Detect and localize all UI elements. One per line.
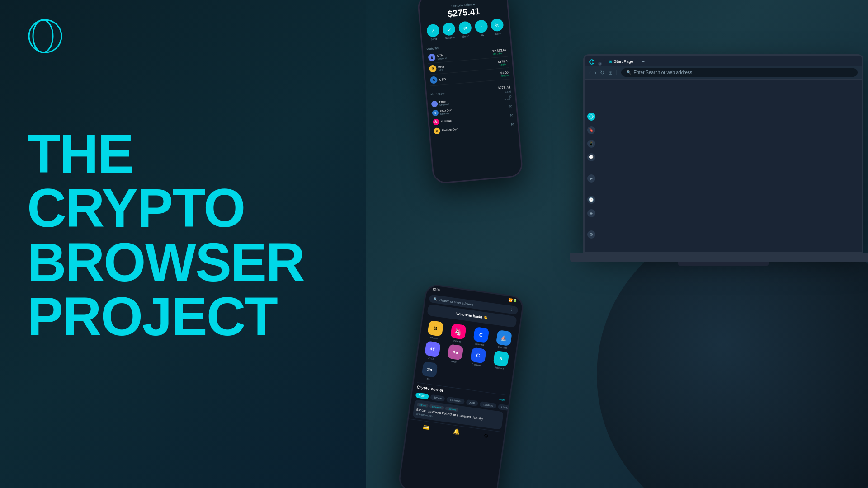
- forward-button[interactable]: ›: [594, 70, 596, 76]
- phone-crypto-body: 12:30 📶 🔋 🔍 Search or enter address ⋮ We…: [397, 283, 525, 488]
- coinbase-icon: C: [473, 327, 489, 343]
- sidebar-settings-icon[interactable]: ⚙: [587, 230, 595, 239]
- usdc-icon: $: [432, 109, 439, 116]
- sidebar-history-icon[interactable]: 🕐: [587, 196, 595, 204]
- swap-icon: ⇄: [458, 21, 472, 34]
- nav-history-icon: ◁: [598, 62, 602, 66]
- sidebar-cube-icon[interactable]: ◈: [587, 209, 595, 217]
- dapp-uniswap[interactable]: 🦄 Uniswap: [447, 323, 469, 344]
- status-icons: 📶 🔋: [508, 298, 518, 303]
- earn-btn[interactable]: % Earn: [490, 18, 504, 35]
- sidebar-divider-3: [587, 224, 595, 224]
- send-btn[interactable]: ↗ Send: [426, 24, 440, 41]
- opensea-icon: ⛵: [495, 330, 512, 346]
- sidebar-opera-icon[interactable]: [587, 113, 595, 121]
- browser-nav-bar: ‹ › ↻ ⊞ | 🔍 Enter Search or web address: [585, 66, 862, 80]
- svg-point-5: [590, 115, 592, 118]
- nav-wallet-icon[interactable]: 💳: [423, 424, 430, 431]
- news-tag-bitcoin: Bitcoin: [417, 403, 429, 408]
- browser-main: 🔖 📱 💬 ▶ 🕐 ◈ ⚙ Hello!So a crypt: [585, 80, 862, 246]
- more-label[interactable]: More: [499, 398, 505, 402]
- sidebar-message-icon[interactable]: 💬: [587, 153, 595, 161]
- dapps-grid: B Binance 🦄 Uniswap C Coinbase ⛵: [414, 317, 519, 394]
- browser-tab-start[interactable]: ⊞ Start Page: [604, 57, 638, 66]
- tab-litecoin[interactable]: Litec...: [498, 404, 513, 411]
- usd-icon: $: [430, 76, 438, 84]
- sidebar-divider-2: [587, 189, 595, 189]
- address-text: Enter Search or web address: [634, 70, 693, 75]
- bnb-icon: B: [429, 65, 437, 72]
- bnb-asset-icon: B: [434, 127, 440, 134]
- wallet-actions: ↗ Send ↙ Receive ⇄ Swap + Buy: [425, 18, 506, 41]
- opera-logo: [27, 18, 63, 54]
- right-panel: Portfolio balance $275.41 ↗ Send ↙ Recei…: [366, 0, 868, 488]
- assets-section: My assets $275.41 0.11E Ξ Ether Ethereum: [430, 82, 514, 136]
- tab-cardano[interactable]: Cardano: [480, 401, 497, 409]
- news-tag-cardano: Cardano: [445, 406, 458, 412]
- sidebar-phone-icon[interactable]: 📱: [587, 140, 595, 148]
- uni-icon: 🦄: [433, 118, 439, 125]
- phone-wallet-body: Portfolio balance $275.41 ↗ Send ↙ Recei…: [417, 0, 524, 184]
- laptop-browser: ◁ ⊞ Start Page + ‹ › ↻ ⊞ | 🔍 Enter Searc…: [570, 54, 868, 280]
- dapp-opensea[interactable]: ⛵ OpenSea: [492, 329, 515, 350]
- binance-icon: B: [427, 320, 443, 337]
- coinbase2-icon: C: [470, 347, 486, 363]
- nexeum-icon: N: [493, 350, 509, 366]
- title-line-4: PROJECT: [27, 289, 304, 343]
- aave-icon: Aa: [447, 344, 463, 360]
- phone-search-text: Search or enter address: [439, 298, 473, 306]
- svg-point-1: [33, 20, 53, 52]
- phone-crypto-corner: 12:30 📶 🔋 🔍 Search or enter address ⋮ We…: [397, 283, 525, 488]
- search-icon: 🔍: [627, 70, 631, 75]
- receive-btn[interactable]: ↙ Receive: [442, 22, 456, 39]
- buy-btn[interactable]: + Buy: [474, 19, 488, 37]
- assets-total: $275.41: [497, 85, 511, 90]
- dapp-binance[interactable]: B Binance: [424, 320, 446, 341]
- sidebar-play-icon[interactable]: ▶: [587, 174, 595, 183]
- title-line-3: BROWSER: [27, 235, 304, 289]
- dapp-1inch[interactable]: 1in 1in: [418, 361, 440, 382]
- welcome-text: Welcome back! 👋: [456, 312, 488, 320]
- nav-settings-icon[interactable]: ⚙: [483, 432, 489, 439]
- back-button[interactable]: ‹: [589, 70, 591, 76]
- svg-point-3: [590, 60, 593, 64]
- dydx-icon: dY: [424, 341, 440, 357]
- buy-icon: +: [474, 19, 488, 33]
- tab-bitcoin[interactable]: Bitcoin: [430, 394, 445, 402]
- status-time: 12:30: [432, 287, 440, 292]
- browser-sidebar: 🔖 📱 💬 ▶ 🕐 ◈ ⚙: [585, 109, 598, 253]
- tab-favicon: ⊞: [609, 60, 612, 64]
- laptop-screen: ◁ ⊞ Start Page + ‹ › ↻ ⊞ | 🔍 Enter Searc…: [583, 54, 863, 253]
- browser-tabs-bar: ◁ ⊞ Start Page +: [585, 56, 862, 66]
- tab-ethereum[interactable]: Ethereum: [446, 397, 465, 404]
- phone-search-icon: 🔍: [434, 297, 438, 301]
- sidebar-divider-1: [587, 168, 595, 168]
- nav-home-icon[interactable]: 🔔: [453, 428, 461, 436]
- tab-xrp[interactable]: XRP: [466, 399, 479, 407]
- browser-opera-icon: [588, 58, 595, 66]
- title-line-1: THE: [27, 127, 304, 181]
- dapp-nexeum[interactable]: N Nexeum: [489, 350, 512, 371]
- uniswap-icon: 🦄: [450, 324, 466, 340]
- dapp-aave[interactable]: Aa Aave: [443, 343, 466, 364]
- address-bar[interactable]: 🔍 Enter Search or web address: [621, 68, 858, 77]
- extension-button[interactable]: ⊞: [608, 70, 613, 76]
- dapp-coinbase2[interactable]: C Coinbase: [467, 347, 489, 367]
- earn-icon: %: [490, 18, 504, 32]
- dapp-coinbase[interactable]: C Coinbase: [469, 326, 492, 347]
- eth-icon: Ξ: [428, 53, 436, 61]
- news-tag-ethereum: Ethereum: [429, 404, 444, 410]
- separator: |: [616, 70, 618, 75]
- oneinch-icon: 1in: [421, 361, 438, 378]
- dapp-dydx[interactable]: dY dYdX: [421, 340, 443, 361]
- send-icon: ↗: [426, 24, 440, 38]
- tab-news[interactable]: News: [415, 392, 429, 399]
- svg-point-0: [29, 20, 61, 52]
- swap-btn[interactable]: ⇄ Swap: [458, 21, 472, 38]
- phone-mic-icon: ⋮: [510, 308, 514, 312]
- tab-label: Start Page: [614, 59, 633, 64]
- reload-button[interactable]: ↻: [600, 70, 604, 76]
- sidebar-bookmark-icon[interactable]: 🔖: [587, 126, 595, 134]
- new-tab-button[interactable]: +: [640, 58, 647, 66]
- phone-wallet-screen: Portfolio balance $275.41 ↗ Send ↙ Recei…: [418, 0, 522, 183]
